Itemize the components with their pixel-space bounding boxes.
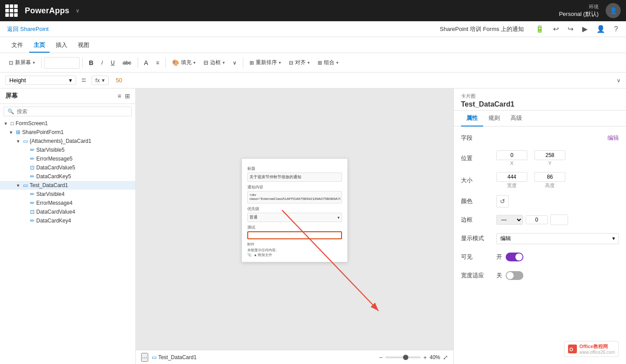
- tree-item-attachments-datacard1[interactable]: ▼ ▭ {Attachments}_DataCard1: [0, 137, 135, 146]
- tree-item-datacardkey4[interactable]: ▶ ✏ DataCardKey4: [0, 216, 135, 225]
- tree-item-errormessage5[interactable]: ▶ ✏ ErrorMessage5: [0, 154, 135, 163]
- tree-icon-formscreen1: □: [11, 120, 14, 126]
- panel-tabs: 属性 规则 高级: [454, 111, 626, 126]
- fill-btn[interactable]: 🎨 填充 ▾: [169, 57, 199, 68]
- width-fit-toggle[interactable]: [506, 271, 523, 280]
- tree-item-datacardvalue4[interactable]: ▶ ⊡ DataCardValue4: [0, 207, 135, 216]
- tree: ▼ □ FormScreen1 ▼ ⊞ SharePointForm1 ▼ ▭ …: [0, 119, 135, 364]
- new-screen-btn[interactable]: ⊡ 新屏幕 ▾: [5, 57, 38, 68]
- prop-label-width-fit: 宽度适应: [461, 272, 496, 280]
- tree-item-datacardvalue5[interactable]: ▶ ⊡ DataCardValue5: [0, 163, 135, 172]
- app-name-dropdown[interactable]: ∨: [76, 8, 80, 14]
- tree-item-test-datacard1[interactable]: ▼ ▭ Test_DataCard1: [0, 181, 135, 190]
- undo-btn[interactable]: ↩: [552, 24, 560, 34]
- env-value: Personal (默认): [559, 10, 599, 18]
- zoom-out-btn[interactable]: −: [379, 354, 383, 361]
- font-size-input[interactable]: [44, 57, 80, 69]
- user-avatar[interactable]: 👤: [606, 3, 621, 18]
- tab-advanced[interactable]: 高级: [505, 111, 527, 126]
- sidebar-list-view-btn[interactable]: ≡: [118, 92, 121, 100]
- tree-item-datacardkey5[interactable]: ▶ ✏ DataCardKey5: [0, 172, 135, 181]
- redo-btn[interactable]: ↪: [567, 24, 574, 34]
- group-dropdown-arrow: ▾: [336, 60, 338, 65]
- user-btn[interactable]: 👤: [595, 24, 606, 34]
- menu-view[interactable]: 视图: [73, 39, 94, 51]
- border-icon: ⊟: [204, 59, 208, 66]
- tree-item-starvisible4[interactable]: ▶ ✏ StarVisible4: [0, 190, 135, 199]
- form-title: SharePoint 培训 Forms 上的通知: [440, 25, 524, 33]
- tree-icon-datacardkey5: ✏: [30, 173, 35, 180]
- menu-file[interactable]: 文件: [7, 39, 27, 51]
- back-to-sharepoint-link[interactable]: 返回 SharePoint: [7, 25, 49, 33]
- fx-btn[interactable]: fx ▾: [92, 76, 109, 85]
- border-btn[interactable]: ⊟ 边框 ▾: [200, 57, 228, 68]
- tree-item-formscreen1[interactable]: ▼ □ FormScreen1: [0, 119, 135, 128]
- tree-item-sharepointform1[interactable]: ▼ ⊞ SharePointForm1: [0, 128, 135, 137]
- play-btn[interactable]: ▶: [581, 24, 588, 34]
- position-x-group: X: [496, 150, 527, 166]
- canvas-content[interactable]: 标题 关于迎床节仲秋节假放的通知 通知内容 <div class="Extern…: [136, 88, 453, 350]
- fx-dropdown-arrow: ▾: [102, 77, 105, 84]
- bold-btn[interactable]: B: [85, 57, 97, 68]
- border-width-input[interactable]: [526, 215, 548, 224]
- tab-properties[interactable]: 属性: [461, 111, 483, 126]
- border-style-select[interactable]: — - - ···: [496, 215, 523, 225]
- property-selector[interactable]: Height ▾: [5, 76, 76, 85]
- sidebar-title: 屏幕: [5, 92, 18, 100]
- search-input[interactable]: [17, 108, 128, 115]
- debug-icon-btn[interactable]: 🔋: [534, 24, 545, 34]
- width-input[interactable]: [496, 172, 527, 182]
- height-input[interactable]: [534, 172, 565, 182]
- position-y-input[interactable]: [534, 150, 565, 160]
- underline-btn[interactable]: U: [107, 58, 118, 68]
- canvas-more-btn[interactable]: ···: [141, 353, 148, 362]
- group-btn[interactable]: ⊞ 组合 ▾: [314, 57, 342, 68]
- waffle-icon[interactable]: [5, 4, 18, 17]
- prop-label-border: 边框: [461, 216, 496, 224]
- border-color-swatch[interactable]: [550, 215, 568, 225]
- display-mode-arrow: ▾: [612, 235, 615, 241]
- align-btn[interactable]: ≡: [153, 58, 163, 68]
- tree-label-datacardvalue5: DataCardValue5: [36, 165, 75, 171]
- formula-input[interactable]: [112, 76, 613, 84]
- visible-toggle-knob: [515, 253, 522, 261]
- field-edit-link[interactable]: 编辑: [607, 134, 619, 142]
- visible-toggle[interactable]: [506, 253, 523, 261]
- fullscreen-btn[interactable]: ⤢: [443, 354, 448, 361]
- help-btn[interactable]: ?: [613, 24, 619, 34]
- size-inputs: 宽度 高度: [496, 172, 619, 189]
- align-dropdown-arrow: ▾: [307, 60, 310, 65]
- tree-label-starvisible4: StarVisible4: [36, 191, 65, 197]
- align-icon: ⊟: [289, 60, 293, 66]
- menu-home[interactable]: 主页: [29, 39, 50, 51]
- font-btn[interactable]: A: [141, 57, 152, 68]
- tree-label-errormessage4: ErrorMessage4: [36, 200, 73, 206]
- strikethrough-btn[interactable]: abc: [119, 58, 134, 68]
- zoom-in-btn[interactable]: +: [423, 354, 427, 361]
- tab-rules[interactable]: 规则: [483, 111, 505, 126]
- app-logo[interactable]: PowerApps ∨: [5, 4, 80, 17]
- formula-expand-btn[interactable]: ∨: [617, 77, 621, 84]
- preview-value-test: [247, 231, 342, 239]
- top-bar: PowerApps ∨ 环境 Personal (默认) 👤: [0, 0, 626, 21]
- reorder-btn[interactable]: ⊞ 重新排序 ▾: [246, 57, 284, 68]
- chevron-btn[interactable]: ∨: [229, 58, 240, 68]
- tree-item-starvisible5[interactable]: ▶ ✏ StarVisible5: [0, 146, 135, 154]
- align-layout-btn[interactable]: ⊟ 对齐 ▾: [285, 57, 313, 68]
- italic-separator[interactable]: /: [98, 58, 106, 68]
- display-mode-select[interactable]: 编辑 ▾: [496, 233, 619, 244]
- menu-insert[interactable]: 插入: [51, 39, 72, 51]
- search-icon: 🔍: [8, 108, 14, 115]
- tree-icon-errormessage4: ✏: [30, 200, 35, 206]
- zoom-slider[interactable]: [385, 356, 421, 358]
- form-preview: 标题 关于迎床节仲秋节假放的通知 通知内容 <div class="Extern…: [242, 158, 348, 262]
- sidebar-grid-view-btn[interactable]: ⊞: [125, 92, 130, 100]
- prop-label-position: 位置: [461, 154, 496, 162]
- position-x-input[interactable]: [496, 150, 527, 160]
- color-picker-btn[interactable]: ↺: [496, 195, 509, 207]
- reorder-icon: ⊞: [250, 60, 254, 66]
- width-fit-toggle-row: 关: [496, 271, 619, 280]
- prop-label-color: 颜色: [461, 197, 496, 205]
- tree-icon-datacardkey4: ✏: [30, 218, 35, 224]
- tree-item-errormessage4[interactable]: ▶ ✏ ErrorMessage4: [0, 199, 135, 207]
